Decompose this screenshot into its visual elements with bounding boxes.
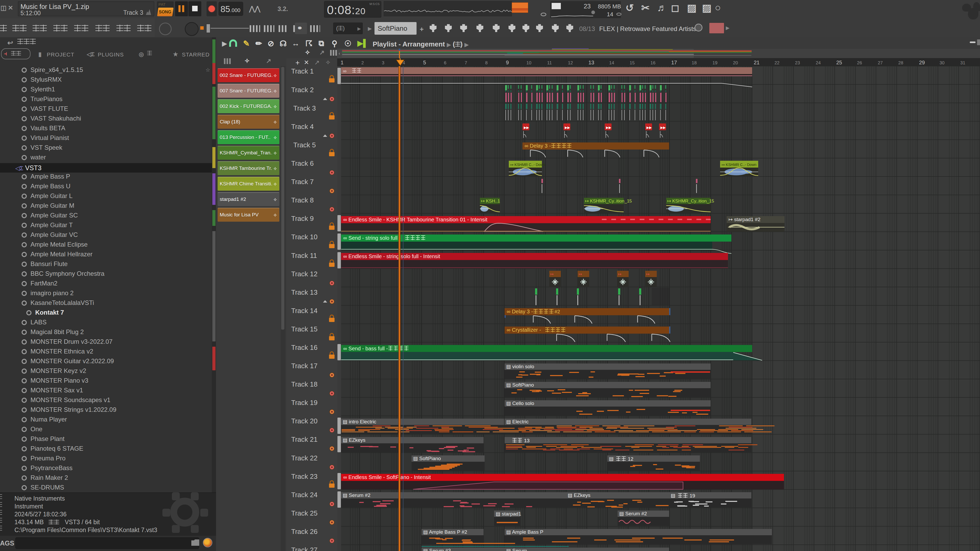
svg-text:Track 25: Track 25: [291, 509, 317, 517]
svg-text:Track 5: Track 5: [293, 141, 316, 149]
svg-text:∞ Crystallizer -: ∞ Crystallizer -: [507, 327, 541, 333]
svg-text:∞ Delay 3 -: ∞ Delay 3 -: [507, 309, 533, 314]
svg-text:Track 7: Track 7: [291, 178, 314, 186]
svg-text:Track 16: Track 16: [291, 343, 317, 351]
svg-text:↦: ↦: [579, 272, 582, 276]
svg-text:12: 12: [628, 456, 633, 462]
svg-text:▶▶: ▶▶: [660, 125, 666, 129]
svg-text:▤ EZkeys: ▤ EZkeys: [343, 437, 366, 443]
svg-text:∞ Delay 3 -: ∞ Delay 3 -: [525, 143, 551, 149]
svg-text:Track 27: Track 27: [291, 546, 317, 551]
svg-text:▤ Serum #3: ▤ Serum #3: [423, 548, 451, 551]
svg-text:▤ Ample Bass P: ▤ Ample Bass P: [506, 529, 544, 535]
svg-text:▤ Electric: ▤ Electric: [506, 419, 529, 424]
svg-text:Track 17: Track 17: [291, 362, 317, 370]
svg-text:▶▶: ▶▶: [524, 125, 529, 129]
svg-text:13: 13: [524, 438, 530, 443]
svg-text:Track 10: Track 10: [291, 233, 317, 241]
svg-text:Track 14: Track 14: [291, 307, 317, 314]
svg-text:∞ Endless Smile - SoftPiano -: ∞ Endless Smile - SoftPiano - Intensit: [343, 474, 431, 480]
svg-text:▶▶: ▶▶: [646, 125, 652, 129]
svg-text:Track 1: Track 1: [291, 67, 314, 75]
svg-text:▤: ▤: [671, 493, 675, 498]
svg-text:↦: ↦: [646, 272, 650, 276]
svg-text:Track 22: Track 22: [291, 454, 317, 462]
svg-text:▶▶: ▶▶: [565, 125, 570, 129]
svg-text:✕: ✕: [304, 59, 309, 66]
svg-text:▤ intro Electric: ▤ intro Electric: [343, 419, 376, 424]
svg-text:↦ starpad1 #2: ↦ starpad1 #2: [729, 217, 760, 222]
svg-text:Track 12: Track 12: [291, 270, 317, 278]
svg-text:∞ Endless Smile - KSHMR Tambou: ∞ Endless Smile - KSHMR Tambourine Trans…: [343, 217, 487, 222]
svg-text:▤ SoftPiano: ▤ SoftPiano: [506, 382, 534, 387]
svg-text:Track 8: Track 8: [291, 196, 314, 204]
svg-text:Track 21: Track 21: [291, 435, 317, 443]
svg-text:Track 11: Track 11: [291, 252, 317, 259]
svg-text:∞ Send - string solo full -: ∞ Send - string solo full -: [343, 235, 401, 241]
svg-text:↦ KSHMR C..- Down: ↦ KSHMR C..- Down: [511, 163, 545, 167]
svg-text:Track 26: Track 26: [291, 528, 317, 535]
svg-text:▤: ▤: [609, 456, 614, 461]
svg-text:✧: ✧: [325, 59, 331, 66]
svg-text:▤ Serum #2: ▤ Serum #2: [619, 511, 647, 516]
svg-text:Track 3: Track 3: [293, 104, 316, 112]
svg-text:∞: ∞: [343, 68, 347, 74]
svg-text:Track 15: Track 15: [291, 325, 317, 333]
svg-text:Track 6: Track 6: [291, 159, 314, 167]
svg-text:▤ Cello solo: ▤ Cello solo: [506, 400, 534, 406]
svg-text:↦ KSH..1: ↦ KSH..1: [481, 198, 500, 203]
svg-text:Track 24: Track 24: [291, 491, 317, 499]
svg-text:19: 19: [690, 493, 695, 499]
svg-text:Track 4: Track 4: [291, 123, 314, 130]
svg-text:▤ Serum: ▤ Serum: [506, 548, 527, 551]
svg-text:↗: ↗: [314, 59, 320, 66]
svg-text:+: +: [295, 59, 300, 67]
svg-text:Track 13: Track 13: [291, 288, 317, 296]
svg-text:▤ violin solo: ▤ violin solo: [506, 364, 534, 369]
svg-text:#2: #2: [555, 309, 560, 314]
svg-text:▤ SoftPiano: ▤ SoftPiano: [413, 456, 441, 461]
svg-text:↦ KSHMR C..- Down: ↦ KSHMR C..- Down: [722, 163, 756, 167]
svg-text:↦: ↦: [550, 272, 554, 276]
svg-text:Track 20: Track 20: [291, 417, 317, 425]
svg-text:Track 9: Track 9: [291, 214, 314, 222]
svg-text:▤ Ample Bass P #2: ▤ Ample Bass P #2: [423, 529, 467, 535]
svg-text:↦ KSHMR_Cy..ition_15: ↦ KSHMR_Cy..ition_15: [585, 198, 632, 203]
svg-text:▤ starpad1: ▤ starpad1: [496, 511, 521, 517]
svg-text:∞ Send - bass full -: ∞ Send - bass full -: [343, 346, 388, 351]
svg-text:↦: ↦: [618, 272, 622, 276]
svg-text:▤ EZkeys: ▤ EZkeys: [568, 492, 590, 498]
svg-text:∞ Endless Smile - string solo: ∞ Endless Smile - string solo full - Int…: [343, 253, 440, 259]
svg-text:▤ Serum #2: ▤ Serum #2: [343, 492, 371, 498]
svg-text:Track 19: Track 19: [291, 399, 317, 407]
svg-text:Track 2: Track 2: [291, 86, 314, 94]
svg-text:Track 18: Track 18: [291, 380, 317, 388]
svg-text:Track 23: Track 23: [291, 472, 317, 480]
svg-text:▶▶: ▶▶: [606, 125, 611, 129]
svg-text:↦ KSHMR_Cy..ition_15: ↦ KSHMR_Cy..ition_15: [667, 198, 714, 203]
